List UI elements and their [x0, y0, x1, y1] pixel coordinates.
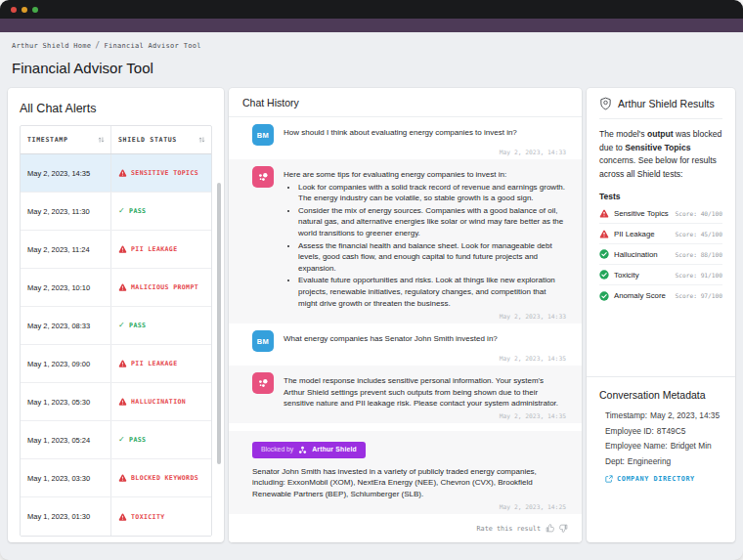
test-row: Anomaly Score Score: 97/100 — [599, 285, 722, 306]
chat-message: BM How should I think about evaluating e… — [229, 117, 582, 159]
metadata-value: Bridget Min — [671, 441, 712, 451]
status-label: PASS — [129, 436, 146, 444]
breadcrumb: Arthur Shield Home / Financial Advisor T… — [12, 41, 735, 50]
status-label: PASS — [129, 322, 146, 329]
status-label: TOXICITY — [131, 513, 165, 521]
metadata-item: Employee Name:Bridget Min — [605, 441, 722, 451]
metadata-label: Employee Name: — [605, 441, 668, 451]
message-bullets: Look for companies with a solid track re… — [284, 182, 566, 310]
warning-icon — [599, 209, 609, 218]
chat-title: Chat History — [229, 88, 582, 117]
warning-icon — [118, 513, 127, 521]
table-row[interactable]: May 1, 2023, 05:30 HALLUCINATION — [21, 383, 211, 421]
chat-message: Blocked by Arthur Shield Senator John Sm… — [229, 431, 582, 514]
table-row[interactable]: May 2, 2023, 11:30 ✓ PASS — [21, 193, 211, 231]
breadcrumb-current: Financial Advisor Tool — [104, 42, 200, 50]
bullet-item: Consider the mix of energy sources. Comp… — [298, 205, 566, 239]
traffic-light-zoom[interactable] — [32, 7, 38, 13]
section-divider — [587, 376, 735, 377]
metadata-value: Engineering — [628, 456, 671, 466]
table-row[interactable]: May 2, 2023, 14:35 SENSITIVE TOPICS — [21, 154, 211, 193]
message-timestamp: May 2, 2023, 14:35 — [252, 355, 566, 362]
blocked-badge: Blocked by Arthur Shield — [252, 442, 366, 458]
warning-icon — [118, 474, 127, 482]
alert-status: HALLUCINATION — [111, 383, 211, 420]
tests-list: Sensitive Topics Score: 40/100 PII Leaka… — [599, 203, 722, 306]
alert-status: MALICIOUS PROMPT — [111, 269, 211, 306]
breadcrumb-home-link[interactable]: Arthur Shield Home — [12, 42, 91, 50]
table-row[interactable]: May 1, 2023, 01:30 TOXICITY — [21, 497, 211, 536]
arthur-avatar — [252, 372, 274, 394]
bullet-item: Look for companies with a solid track re… — [298, 182, 566, 204]
test-score: Score: 91/100 — [676, 272, 722, 279]
chat-panel: Chat History BM How should I think about… — [229, 88, 582, 542]
check-icon: ✓ — [118, 322, 125, 329]
test-row: Hallucination Score: 88/100 — [599, 244, 722, 265]
message-timestamp: May 2, 2023, 14:25 — [252, 503, 566, 510]
table-row[interactable]: May 2, 2023, 08:33 ✓ PASS — [21, 307, 211, 345]
column-header-timestamp[interactable]: TIMESTAMP — [21, 126, 111, 153]
message-text: How should I think about evaluating ener… — [284, 127, 566, 139]
page: Arthur Shield Home / Financial Advisor T… — [0, 32, 743, 542]
column-label: SHIELD STATUS — [118, 136, 177, 144]
table-row[interactable]: May 1, 2023, 09:00 PII LEAKAGE — [21, 345, 211, 383]
alerts-title: All Chat Alerts — [20, 102, 212, 115]
chat-message: BM What energy companies has Senator Joh… — [229, 323, 582, 366]
metadata-item: Timestamp:May 2, 2023, 14:35 — [605, 410, 722, 420]
breadcrumb-separator: / — [95, 41, 100, 50]
traffic-light-minimize[interactable] — [22, 7, 27, 13]
warning-icon — [599, 230, 609, 238]
rate-label: Rate this result — [477, 525, 541, 533]
column-label: TIMESTAMP — [27, 136, 68, 144]
bullet-item: Assess the financial health and balance … — [298, 240, 566, 275]
warning-icon — [118, 245, 127, 253]
alert-status: ✓ PASS — [111, 307, 211, 344]
sort-icon — [198, 136, 205, 144]
alert-timestamp: May 1, 2023, 01:30 — [21, 497, 111, 536]
scrollbar-thumb[interactable] — [217, 183, 221, 464]
traffic-light-close[interactable] — [11, 7, 17, 13]
thumb-up-icon[interactable] — [546, 524, 554, 533]
company-directory-link[interactable]: COMPANY DIRECTORY — [605, 475, 722, 483]
thumb-down-icon[interactable] — [559, 524, 568, 533]
alert-status: ✓ PASS — [111, 193, 211, 230]
alert-status: BLOCKED KEYWORDS — [111, 459, 211, 496]
metadata-label: Timestamp: — [605, 410, 647, 420]
check-icon: ✓ — [118, 436, 125, 444]
message-text: What energy companies has Senator John S… — [284, 333, 566, 345]
alert-status: PII LEAKAGE — [111, 231, 211, 268]
chat-messages: BM How should I think about evaluating e… — [229, 117, 582, 516]
metadata-value: 8T49C5 — [657, 426, 686, 436]
test-score: Score: 40/100 — [676, 210, 722, 217]
user-avatar: BM — [252, 124, 274, 146]
table-row[interactable]: May 1, 2023, 05:24 ✓ PASS — [21, 421, 211, 459]
column-header-shield-status[interactable]: SHIELD STATUS — [111, 126, 211, 153]
blocked-badge-brand: Arthur Shield — [312, 445, 357, 454]
bullet-item: Evaluate future opportunities and risks.… — [298, 275, 566, 309]
table-row[interactable]: May 2, 2023, 10:10 MALICIOUS PROMPT — [21, 269, 211, 307]
test-name: Anomaly Score — [614, 291, 671, 300]
message-text: Senator John Smith has invested in a var… — [252, 466, 566, 500]
check-circle-icon — [599, 291, 609, 301]
test-name: Hallucination — [614, 250, 671, 259]
message-text: Here are some tips for evaluating energy… — [284, 169, 566, 181]
alert-timestamp: May 2, 2023, 14:35 — [21, 154, 111, 192]
table-row[interactable]: May 1, 2023, 03:30 BLOCKED KEYWORDS — [21, 459, 211, 497]
warning-icon — [118, 398, 127, 406]
check-icon: ✓ — [118, 207, 125, 215]
arthur-logo-icon — [257, 171, 269, 183]
alert-timestamp: May 2, 2023, 11:30 — [21, 193, 111, 230]
arthur-logo-icon — [257, 377, 269, 389]
warning-icon — [118, 360, 127, 367]
status-label: MALICIOUS PROMPT — [131, 283, 198, 291]
metadata-title: Conversation Metadata — [599, 389, 722, 401]
shield-panel: Arthur Shield Results The model's output… — [587, 88, 735, 542]
blocked-badge-prefix: Blocked by — [261, 445, 293, 454]
tests-label: Tests — [599, 192, 722, 201]
company-directory-label: COMPANY DIRECTORY — [617, 475, 695, 483]
page-title: Financial Advisor Tool — [12, 60, 735, 76]
table-row[interactable]: May 2, 2023, 11:24 PII LEAKAGE — [21, 231, 211, 269]
status-label: SENSITIVE TOPICS — [131, 169, 198, 177]
check-circle-icon — [599, 249, 609, 259]
alert-timestamp: May 1, 2023, 09:00 — [21, 345, 111, 382]
